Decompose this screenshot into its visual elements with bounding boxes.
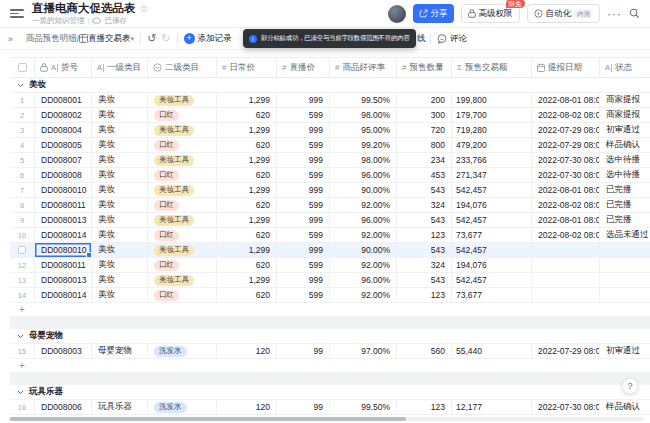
- cell-cat1[interactable]: 美妆: [92, 228, 148, 242]
- table-row[interactable]: 10DD0080014美妆口红62059992.00%12373,6772022…: [10, 228, 650, 243]
- comment-button[interactable]: 评论: [437, 28, 467, 50]
- cell-daily[interactable]: 620: [217, 228, 277, 242]
- cell-cat2[interactable]: 美妆工具: [148, 243, 217, 257]
- cell-sku[interactable]: DD008007: [35, 153, 92, 167]
- cell-status[interactable]: 样品确认: [600, 400, 650, 414]
- cell-live[interactable]: 999: [277, 93, 330, 107]
- table-row[interactable]: DD0080010美妆美妆工具1,29999990.00%543542,457: [10, 243, 650, 258]
- cell-live[interactable]: 99: [277, 400, 330, 414]
- cell-gmv[interactable]: 479,200: [452, 138, 532, 152]
- cell-qty[interactable]: 453: [397, 168, 452, 182]
- cell-live[interactable]: 599: [277, 168, 330, 182]
- cell-qty[interactable]: 123: [397, 228, 452, 242]
- cell-qty[interactable]: 543: [397, 243, 452, 257]
- cell-gmv[interactable]: 55,440: [452, 344, 532, 358]
- cell-gmv[interactable]: 233,766: [452, 153, 532, 167]
- table-row[interactable]: 15DD008003母婴宠物洗发水1209997.00%56055,440202…: [10, 344, 650, 359]
- cell-qty[interactable]: 543: [397, 273, 452, 287]
- row-checkbox[interactable]: [18, 246, 26, 254]
- cell-date[interactable]: 2022-07-30 08:00: [532, 153, 600, 167]
- sidebar-toggle-icon[interactable]: [10, 8, 24, 20]
- cell-sku[interactable]: DD0080011: [35, 258, 92, 272]
- cell-qty[interactable]: 720: [397, 123, 452, 137]
- cell-daily[interactable]: 620: [217, 108, 277, 122]
- cell-status[interactable]: 选品未通过: [600, 228, 650, 242]
- cell-qty[interactable]: 543: [397, 213, 452, 227]
- column-header-live[interactable]: #直播价: [277, 58, 330, 77]
- cell-daily[interactable]: 620: [217, 138, 277, 152]
- cell-rating[interactable]: 90.00%: [330, 243, 397, 257]
- automation-button[interactable]: 自动化 内测: [527, 4, 601, 23]
- cell-daily[interactable]: 620: [217, 288, 277, 302]
- cell-num[interactable]: 6: [10, 168, 35, 182]
- column-header-sku[interactable]: A货号: [35, 58, 92, 77]
- cell-status[interactable]: 商家提报: [600, 108, 650, 122]
- cell-live[interactable]: 599: [277, 228, 330, 242]
- cell-sku[interactable]: DD008005: [35, 138, 92, 152]
- redo-button[interactable]: ↻: [161, 32, 170, 45]
- favorite-star-icon[interactable]: ☆: [140, 4, 149, 14]
- cell-cat1[interactable]: 美妆: [92, 198, 148, 212]
- cell-date[interactable]: 2022-08-01 08:00: [532, 183, 600, 197]
- group-header[interactable]: 美妆: [10, 78, 650, 93]
- cell-rating[interactable]: 99.20%: [330, 138, 397, 152]
- cell-sku[interactable]: DD008006: [35, 400, 92, 414]
- cell-rating[interactable]: 92.00%: [330, 258, 397, 272]
- cell-cat2[interactable]: 美妆工具: [148, 93, 217, 107]
- cell-cat1[interactable]: 美妆: [92, 213, 148, 227]
- chevron-down-icon[interactable]: ▾: [131, 35, 135, 43]
- cell-live[interactable]: 999: [277, 123, 330, 137]
- cell-num[interactable]: 16: [10, 400, 35, 414]
- cell-gmv[interactable]: 73,677: [452, 228, 532, 242]
- cell-cat1[interactable]: 美妆: [92, 138, 148, 152]
- cell-cat2[interactable]: 洗发水: [148, 344, 217, 358]
- cell-sku[interactable]: DD008003: [35, 344, 92, 358]
- cell-daily[interactable]: 1,299: [217, 93, 277, 107]
- cell-gmv[interactable]: 719,280: [452, 123, 532, 137]
- cell-cat2[interactable]: 口红: [148, 228, 217, 242]
- cell-gmv[interactable]: 194,076: [452, 198, 532, 212]
- cell-cat1[interactable]: 美妆: [92, 273, 148, 287]
- cell-gmv[interactable]: 194,076: [452, 258, 532, 272]
- table-row[interactable]: 14DD0080014美妆口红62059992.00%12373,677: [10, 288, 650, 303]
- cell-status[interactable]: 选中待播: [600, 153, 650, 167]
- cell-sku[interactable]: DD008001: [35, 93, 92, 107]
- cell-status[interactable]: 已完播: [600, 198, 650, 212]
- cell-qty[interactable]: 234: [397, 153, 452, 167]
- cell-status[interactable]: [600, 258, 650, 272]
- cell-live[interactable]: 599: [277, 198, 330, 212]
- table-row[interactable]: 8DD0080011美妆口红62059992.00%324194,0762022…: [10, 198, 650, 213]
- advanced-permission-button[interactable]: 高级权限 限免: [461, 4, 520, 23]
- cell-num[interactable]: [10, 243, 35, 257]
- cell-cat1[interactable]: 美妆: [92, 108, 148, 122]
- cell-date[interactable]: 2022-08-01 08:00: [532, 213, 600, 227]
- cell-rating[interactable]: 97.00%: [330, 344, 397, 358]
- cell-qty[interactable]: 800: [397, 138, 452, 152]
- column-header-gmv[interactable]: Σ预售交易额: [452, 58, 532, 77]
- cell-date[interactable]: 2022-07-30 08:00: [532, 168, 600, 182]
- cell-sku[interactable]: DD008002: [35, 108, 92, 122]
- cell-gmv[interactable]: 271,347: [452, 168, 532, 182]
- horizontal-scrollbar-thumb[interactable]: [10, 417, 406, 421]
- cell-qty[interactable]: 300: [397, 108, 452, 122]
- table-row[interactable]: 12DD0080011美妆口红62059992.00%324194,076: [10, 258, 650, 273]
- cell-cat1[interactable]: 美妆: [92, 243, 148, 257]
- cell-rating[interactable]: 90.00%: [330, 183, 397, 197]
- cell-gmv[interactable]: 542,457: [452, 273, 532, 287]
- cell-date[interactable]: 2022-08-01 08:00: [532, 93, 600, 107]
- cell-rating[interactable]: 96.00%: [330, 168, 397, 182]
- table-row[interactable]: 7DD0080010美妆美妆工具1,29999990.00%543542,457…: [10, 183, 650, 198]
- table-row[interactable]: 6DD008008美妆口红62059996.00%453271,3472022-…: [10, 168, 650, 183]
- cell-status[interactable]: 已完播: [600, 183, 650, 197]
- cell-qty[interactable]: 123: [397, 288, 452, 302]
- horizontal-scrollbar-track[interactable]: [8, 417, 644, 421]
- cell-num[interactable]: 12: [10, 258, 35, 272]
- cell-cat1[interactable]: 美妆: [92, 153, 148, 167]
- cell-cat1[interactable]: 母婴宠物: [92, 344, 148, 358]
- breadcrumb-parent[interactable]: 商品预售明细: [26, 33, 77, 45]
- cell-cat2[interactable]: 口红: [148, 288, 217, 302]
- cell-cat1[interactable]: 美妆: [92, 168, 148, 182]
- cell-cat1[interactable]: 美妆: [92, 183, 148, 197]
- cell-rating[interactable]: 98.00%: [330, 108, 397, 122]
- cell-daily[interactable]: 620: [217, 198, 277, 212]
